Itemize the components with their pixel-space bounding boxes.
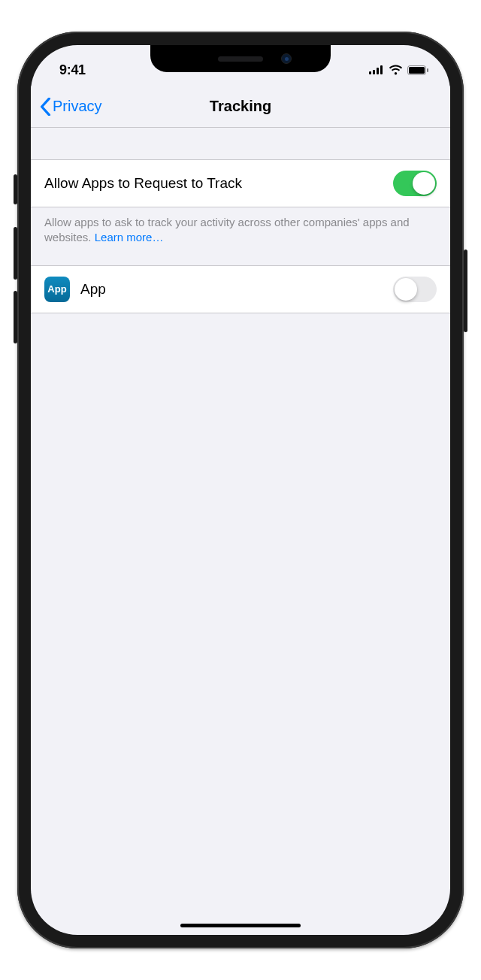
notch [150,45,331,72]
cellular-icon [369,65,384,74]
app-row: App App [31,265,450,313]
svg-rect-2 [377,68,379,74]
device-frame: 9:41 Privacy Tracking Allow Apps to Requ… [17,32,464,948]
back-label: Privacy [53,98,102,115]
svg-rect-3 [380,65,383,74]
home-indicator[interactable] [180,924,301,927]
content: Allow Apps to Request to Track Allow app… [31,128,450,313]
app-name-label: App [80,281,393,298]
nav-bar: Privacy Tracking [31,86,450,128]
svg-rect-6 [427,68,428,72]
app-icon: App [44,277,70,302]
allow-tracking-row: Allow Apps to Request to Track [31,159,450,207]
status-icons [369,65,429,75]
allow-tracking-toggle[interactable] [393,171,437,196]
learn-more-link[interactable]: Learn more… [95,231,164,243]
chevron-left-icon [40,98,51,116]
wifi-icon [389,65,403,75]
back-button[interactable]: Privacy [31,98,102,116]
battery-icon [407,65,429,75]
svg-rect-0 [369,71,371,74]
section-footer: Allow apps to ask to track your activity… [31,207,450,265]
screen: 9:41 Privacy Tracking Allow Apps to Requ… [31,45,450,935]
svg-rect-1 [373,70,375,74]
svg-rect-5 [409,67,425,74]
app-tracking-toggle[interactable] [393,277,437,302]
status-time: 9:41 [59,62,86,78]
allow-tracking-label: Allow Apps to Request to Track [44,175,393,192]
